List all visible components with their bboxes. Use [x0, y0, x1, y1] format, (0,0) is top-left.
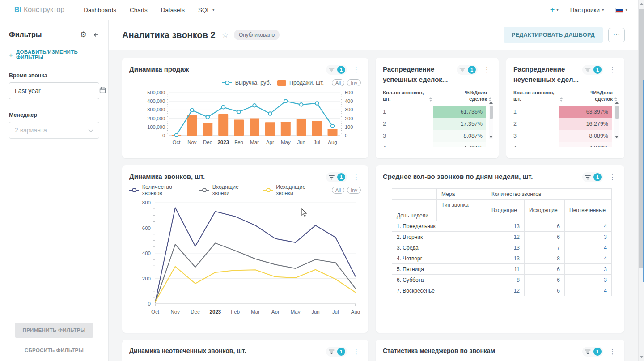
table-scrollbar[interactable] [614, 101, 619, 139]
fail-table-body: 163.397%216.279%38.089%44.843% [513, 106, 617, 147]
column-header-share: %%Доля сделок [581, 89, 613, 103]
legend-inv-pill[interactable]: Inv [347, 187, 361, 194]
calls-count-cell: 3 [513, 130, 559, 142]
legend-item-sales[interactable]: Продажи, шт. [277, 80, 324, 86]
add-edit-filters-link[interactable]: + ДОБАВИТЬ/ИЗМЕНИТЬ ФИЛЬТРЫ [9, 49, 99, 60]
svg-text:Dec: Dec [191, 309, 200, 314]
filter-count-badge: 1 [337, 348, 345, 356]
weekday-average-card: Среднее кол-во звонков по дням недели, ш… [376, 165, 624, 333]
svg-text:600: 600 [142, 225, 151, 231]
svg-text:500: 500 [345, 90, 353, 95]
time-filter-input[interactable] [15, 87, 96, 94]
apply-filters-button[interactable]: ПРИМЕНИТЬ ФИЛЬТРЫ [15, 323, 94, 338]
svg-text:Apr: Apr [271, 309, 280, 314]
value-cell: 6 [525, 232, 565, 242]
svg-text:Nov: Nov [187, 140, 197, 145]
legend-inv-pill[interactable]: Inv [347, 79, 361, 86]
pivot-type-label: Тип звонка [437, 200, 487, 210]
sales-chart[interactable]: 00100,000100200,000200300,000300400,0004… [129, 90, 361, 149]
legend-item-total-calls[interactable]: Количество звонков [129, 184, 193, 196]
favorite-star-icon[interactable]: ☆ [222, 30, 229, 40]
calls-count-cell: 4 [383, 142, 433, 147]
reset-filters-button[interactable]: СБРОСИТЬ ФИЛЬТРЫ [25, 348, 84, 353]
table-row: 216.279% [513, 118, 612, 130]
line-marker-icon [129, 190, 139, 191]
chart-filter-button[interactable]: 1 [582, 347, 603, 357]
svg-text:100: 100 [345, 124, 353, 130]
weekday-row: 3. Среда1374 [392, 242, 612, 253]
manager-filter-select[interactable]: 2 варианта [9, 122, 99, 139]
value-cell: 8 [525, 253, 565, 264]
chart-filter-button[interactable]: 1 [582, 65, 603, 75]
language-selector[interactable]: ▾ [615, 8, 627, 13]
table-row: 38.089% [513, 130, 612, 142]
edit-dashboard-button[interactable]: РЕДАКТИРОВАТЬ ДАШБОРД [504, 27, 603, 43]
filter-count-badge: 1 [593, 173, 602, 181]
legend-all-pill[interactable]: All [332, 187, 344, 194]
legend-all-pill[interactable]: All [332, 79, 344, 86]
svg-text:0: 0 [162, 133, 165, 138]
dashboard-header: Аналитика звонков 2 ☆ Опубликовано РЕДАК… [109, 20, 638, 50]
top-navbar: BI Конструктор Dashboards Charts Dataset… [0, 0, 638, 20]
value-cell: 6 [525, 275, 565, 285]
column-header-calls: Кол-во звонков, шт. [383, 89, 428, 103]
day-cell: 6. Суббота [392, 275, 487, 285]
share-value-cell: 16.279% [559, 118, 612, 130]
legend-item-outgoing[interactable]: Исходящие звонки [263, 184, 324, 196]
nav-datasets[interactable]: Datasets [161, 7, 185, 13]
chart-filter-button[interactable]: 1 [326, 172, 347, 182]
chevron-down-icon: ▾ [625, 8, 627, 12]
sort-icon[interactable] [560, 97, 563, 102]
share-value-cell: 4.843% [559, 142, 612, 147]
pivot-col-incoming: Входящие [487, 200, 525, 221]
kebab-menu-icon[interactable]: ⋮ [482, 66, 491, 74]
kebab-menu-icon[interactable]: ⋮ [352, 173, 361, 181]
card-title: Распределение успешных сделок... [383, 64, 457, 85]
app-logo[interactable]: BI Конструктор [14, 6, 64, 14]
column-header-calls: Кол-во звонков, шт. [513, 89, 558, 103]
kebab-menu-icon[interactable]: ⋮ [608, 66, 617, 74]
calls-count-cell: 2 [383, 118, 433, 130]
more-options-button[interactable]: ⋯ [608, 28, 625, 42]
funnel-icon [329, 175, 335, 180]
gear-icon[interactable]: ⚙ [80, 30, 87, 39]
kebab-menu-icon[interactable]: ⋮ [352, 348, 361, 356]
filter-count-badge: 1 [468, 66, 476, 74]
settings-menu[interactable]: Настройки▾ [570, 7, 604, 13]
nav-charts[interactable]: Charts [130, 7, 148, 13]
day-cell: 5. Пятница [392, 264, 487, 275]
chart-filter-button[interactable]: 1 [326, 65, 347, 75]
filter-time-label: Время звонка [9, 72, 99, 79]
collapse-sidebar-icon[interactable] [92, 32, 99, 38]
svg-text:Nov: Nov [171, 309, 180, 314]
value-cell: 4 [565, 253, 612, 264]
calls-chart[interactable]: 0200400600800OctNovDec2023FebMarAprMayJu… [129, 197, 361, 323]
create-new-button[interactable]: +▾ [550, 5, 559, 15]
kebab-menu-icon[interactable]: ⋮ [352, 66, 361, 74]
nav-sql[interactable]: SQL▾ [198, 7, 215, 13]
legend-item-revenue[interactable]: Выручка, руб. [222, 80, 271, 86]
success-deals-card: Распределение успешных сделок... 1 ⋮ Кол… [376, 58, 499, 158]
chart-filter-button[interactable]: 1 [326, 347, 347, 357]
svg-text:800: 800 [142, 200, 151, 205]
value-cell: 8 [487, 275, 525, 285]
chart-filter-button[interactable]: 1 [457, 65, 478, 75]
value-cell: 3 [565, 275, 612, 285]
column-header-share: %%Доля сделок [456, 89, 487, 103]
time-filter-field[interactable] [9, 82, 99, 99]
scroll-up-icon[interactable] [640, 3, 644, 5]
table-scrollbar[interactable] [489, 101, 493, 139]
legend-item-incoming[interactable]: Входящие звонки [199, 184, 257, 196]
svg-text:Feb: Feb [231, 309, 240, 314]
logo-bi: BI [14, 6, 21, 14]
svg-text:200: 200 [345, 116, 353, 121]
kebab-menu-icon[interactable]: ⋮ [608, 348, 617, 356]
filter-manager-label: Менеджер [9, 112, 99, 118]
card-title: Среднее кол-во звонков по дням недели, ш… [383, 171, 533, 182]
kebab-menu-icon[interactable]: ⋮ [608, 173, 617, 181]
scroll-down-icon[interactable] [640, 356, 644, 358]
calendar-icon [99, 87, 106, 95]
sort-icon[interactable] [429, 97, 432, 102]
chart-filter-button[interactable]: 1 [582, 172, 603, 182]
nav-dashboards[interactable]: Dashboards [84, 7, 116, 13]
